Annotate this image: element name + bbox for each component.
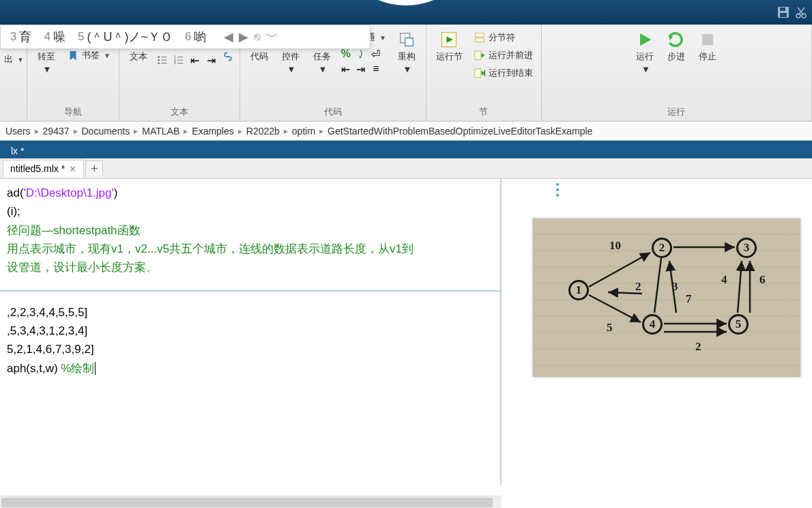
- graph-edges: [533, 218, 800, 377]
- crumb[interactable]: GetStartedWithProblemBasedOptimizeLiveEd…: [328, 126, 592, 137]
- svg-rect-39: [475, 51, 481, 60]
- scrollbar-thumb[interactable]: [1, 498, 493, 507]
- horizontal-scrollbar[interactable]: [0, 496, 502, 508]
- outdent-code-icon[interactable]: ⇤: [340, 63, 352, 75]
- file-tab-strip: lx *: [0, 141, 812, 158]
- svg-line-46: [608, 292, 642, 294]
- percent-icon[interactable]: %: [340, 48, 352, 60]
- svg-line-45: [589, 295, 641, 322]
- ime-candidate[interactable]: 6喲: [185, 29, 206, 45]
- run-to-end-icon: [474, 67, 486, 79]
- crumb[interactable]: optim: [292, 126, 315, 137]
- crumb[interactable]: R2022b: [246, 126, 280, 137]
- save-icon[interactable]: [777, 5, 790, 22]
- editor-tab-bar: ntitled5.mlx * ✕ +: [0, 158, 812, 179]
- crumb[interactable]: MATLAB: [142, 126, 179, 137]
- svg-point-13: [158, 56, 160, 58]
- ime-expand-icon[interactable]: ﹀: [266, 29, 278, 45]
- crumb[interactable]: 29437: [43, 126, 70, 137]
- export-menu[interactable]: 出▼: [1, 52, 21, 67]
- editor-tab[interactable]: ntitled5.mlx * ✕: [3, 160, 84, 177]
- svg-rect-37: [476, 33, 484, 37]
- svg-line-48: [669, 261, 676, 313]
- run-advance-button[interactable]: 运行并前进: [471, 48, 536, 63]
- output-panel: 1 2 3 5 4 10 2 3 7 4 6 5 2: [503, 179, 812, 485]
- crumb[interactable]: Documents: [82, 126, 130, 137]
- group-label: 文本: [125, 104, 234, 119]
- output-menu-dots[interactable]: [556, 183, 559, 197]
- svg-point-14: [158, 59, 160, 61]
- file-tab[interactable]: lx *: [4, 143, 31, 158]
- crumb[interactable]: Users: [5, 126, 31, 137]
- svg-rect-1: [780, 8, 785, 11]
- bookmark-menu[interactable]: 书签▼: [64, 48, 113, 63]
- number-list-icon[interactable]: 123: [173, 54, 185, 66]
- format-icon[interactable]: ≡: [370, 63, 382, 75]
- ime-candidate-bar[interactable]: 3育 4噪 5(＾U＾)ノ~ＹＯ 6喲 ◀ ▶ ⎋ ﹀: [0, 25, 371, 49]
- group-label: 节: [432, 104, 536, 119]
- close-icon[interactable]: ✕: [69, 164, 76, 174]
- uncomment-icon[interactable]: ⤸: [355, 48, 367, 60]
- bookmark-icon: [67, 49, 79, 61]
- run-advance-icon: [474, 49, 486, 61]
- group-label: 代码: [246, 104, 420, 119]
- tab-label: ntitled5.mlx *: [10, 163, 65, 174]
- ime-candidate[interactable]: 4噪: [44, 29, 65, 45]
- new-tab-button[interactable]: +: [85, 160, 103, 177]
- wrap-icon[interactable]: ⏎: [370, 48, 382, 60]
- outdent-icon[interactable]: ⇤: [189, 54, 201, 66]
- svg-rect-38: [476, 38, 484, 42]
- ime-toggle-icon[interactable]: ⎋: [254, 31, 261, 43]
- ime-prev-icon[interactable]: ◀: [224, 29, 233, 44]
- link-icon[interactable]: [222, 51, 234, 63]
- ime-next-icon[interactable]: ▶: [239, 29, 248, 44]
- group-label: 导航: [33, 104, 113, 119]
- run-section-button[interactable]: 运行节: [432, 27, 467, 66]
- title-curve: [372, 0, 440, 14]
- run-to-end-button[interactable]: 运行到结束: [471, 66, 536, 81]
- ime-candidate[interactable]: 5(＾U＾)ノ~ＹＯ: [78, 29, 173, 45]
- svg-text:3: 3: [174, 61, 176, 65]
- section-break-button[interactable]: 分节符: [471, 30, 536, 45]
- window-title-bar: [0, 0, 812, 25]
- code-editor[interactable]: ad('D:\Desktop\1.jpg') (i); 径问题—shortest…: [0, 179, 502, 485]
- svg-rect-40: [475, 69, 481, 78]
- run-button[interactable]: 运行▼: [631, 27, 658, 77]
- svg-rect-2: [780, 13, 787, 17]
- svg-rect-42: [702, 34, 713, 45]
- svg-line-47: [654, 258, 661, 313]
- group-label: 运行: [547, 104, 806, 119]
- ime-candidate[interactable]: 3育: [10, 29, 31, 45]
- output-image[interactable]: 1 2 3 5 4 10 2 3 7 4 6 5 2: [533, 218, 800, 377]
- svg-line-51: [738, 261, 742, 313]
- path-breadcrumb[interactable]: Users▸ 29437▸ Documents▸ MATLAB▸ Example…: [0, 122, 812, 141]
- crumb[interactable]: Examples: [192, 126, 233, 137]
- stop-button[interactable]: 停止: [694, 27, 721, 66]
- step-button[interactable]: 步进: [663, 27, 690, 66]
- section-break-icon: [474, 31, 486, 44]
- indent-icon[interactable]: ⇥: [205, 54, 218, 66]
- indent-code-icon[interactable]: ⇥: [355, 63, 367, 75]
- refactor-button[interactable]: 重构▼: [393, 27, 420, 77]
- cut-icon[interactable]: [794, 5, 808, 22]
- svg-line-43: [589, 253, 650, 287]
- bullet-list-icon[interactable]: [156, 54, 169, 66]
- svg-point-15: [158, 62, 160, 64]
- section-divider: [0, 290, 500, 292]
